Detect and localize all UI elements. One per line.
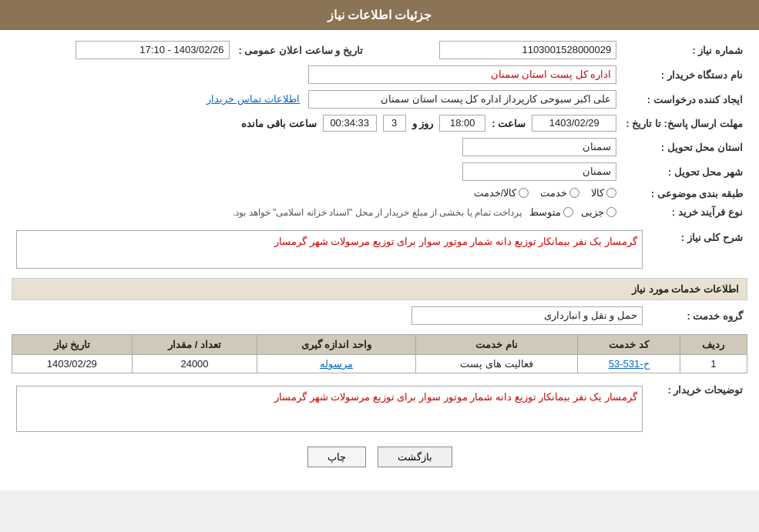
buyer-desc-label: توضیحات خریدار :	[647, 380, 747, 435]
province-value: سمنان	[12, 135, 621, 159]
label-jozii: جزیی	[581, 206, 604, 218]
buyer-org-field: اداره کل پست استان سمنان	[308, 65, 616, 84]
col-unit-measure: واحد اندازه گیری	[257, 335, 415, 355]
row-general-desc: شرح کلی نیاز : گرمسار یک نفر بیمانکار تو…	[12, 227, 747, 272]
buyer-desc-table: توضیحات خریدار : گرمسار یک نفر بیمانکار …	[12, 380, 747, 435]
process-jozii: جزیی	[581, 206, 616, 218]
deadline-remaining-field: 00:34:33	[323, 115, 377, 132]
services-section-header: اطلاعات خدمات مورد نیاز	[12, 278, 747, 300]
deadline-row: 1403/02/29 ساعت : 18:00 روز و 3 00:34:33…	[12, 112, 621, 135]
col-service-name: نام خدمت	[415, 335, 578, 355]
process-note: پرداخت تمام یا بخشی از مبلغ خریدار از مح…	[233, 207, 522, 218]
buyer-org-value: اداره کل پست استان سمنان	[12, 62, 621, 87]
page-wrapper: جزئیات اطلاعات نیاز شماره نیاز : 1103001…	[0, 0, 759, 490]
button-row: بازگشت چاپ	[12, 447, 747, 467]
announcement-date-value: 1403/02/26 - 17:10	[12, 38, 234, 62]
radio-motawaset[interactable]	[563, 207, 573, 217]
process-motawaset: متوسط	[529, 206, 573, 218]
cell-row-num: 1	[680, 355, 747, 373]
col-row-num: ردیف	[680, 335, 747, 355]
col-date: تاریخ نیاز	[12, 335, 133, 355]
creator-field: علی اکبر سبوحی کارپرداز اداره کل پست است…	[308, 90, 616, 109]
col-service-code: کد خدمت	[578, 335, 680, 355]
deadline-remaining-label: ساعت باقی مانده	[241, 118, 316, 129]
row-creator: ایجاد کننده درخواست : علی اکبر سبوحی کار…	[12, 87, 747, 112]
col-quantity: تعداد / مقدار	[132, 335, 257, 355]
label-kala-khedmat: کالا/خدمت	[474, 187, 517, 199]
row-need-number: شماره نیاز : 1103001528000029 تاریخ و سا…	[12, 38, 747, 62]
buyer-org-label: نام دستگاه خریدار :	[621, 62, 747, 87]
service-group-table: گروه خدمت : حمل و نقل و انبارداری	[12, 303, 747, 328]
category-khedmat: خدمت	[540, 187, 579, 199]
category-kala: کالا	[591, 187, 616, 199]
need-number-field: 1103001528000029	[439, 41, 616, 59]
cell-service-name: فعالیت های پست	[415, 355, 578, 373]
cell-quantity: 24000	[132, 355, 257, 373]
cell-date: 1403/02/29	[12, 355, 133, 373]
service-group-value: حمل و نقل و انبارداری	[12, 303, 647, 328]
general-desc-table: شرح کلی نیاز : گرمسار یک نفر بیمانکار تو…	[12, 227, 747, 272]
contact-link[interactable]: اطلاعات تماس خریدار	[207, 93, 300, 105]
deadline-time-field: 18:00	[439, 115, 485, 132]
cell-unit-measure: مرسوله	[257, 355, 415, 373]
province-field: سمنان	[462, 138, 616, 156]
deadline-days-field: 3	[383, 115, 406, 132]
row-province: استان محل تحویل : سمنان	[12, 135, 747, 159]
province-label: استان محل تحویل :	[621, 135, 747, 159]
service-group-label: گروه خدمت :	[647, 303, 747, 328]
row-city: شهر محل تحویل : سمنان	[12, 159, 747, 184]
print-button[interactable]: چاپ	[307, 447, 366, 467]
creator-value: علی اکبر سبوحی کارپرداز اداره کل پست است…	[12, 87, 621, 112]
row-process: نوع فرآیند خرید : جزیی متوسط پرداخت تمام…	[12, 203, 747, 221]
category-kala-khedmat: کالا/خدمت	[474, 187, 529, 199]
cell-service-code: ح-531-53	[578, 355, 680, 373]
process-label: نوع فرآیند خرید :	[621, 203, 747, 221]
page-header: جزئیات اطلاعات نیاز	[0, 0, 759, 30]
back-button[interactable]: بازگشت	[378, 447, 452, 467]
creator-label: ایجاد کننده درخواست :	[621, 87, 747, 112]
buyer-desc-field: گرمسار یک نفر بیمانکار توزیع دانه شمار م…	[16, 386, 643, 432]
buyer-desc-value: گرمسار یک نفر بیمانکار توزیع دانه شمار م…	[12, 380, 647, 435]
row-service-group: گروه خدمت : حمل و نقل و انبارداری	[12, 303, 747, 328]
announcement-date-field: 1403/02/26 - 17:10	[76, 41, 230, 59]
announcement-date-label: تاریخ و ساعت اعلان عمومی :	[234, 38, 368, 62]
row-buyer-org: نام دستگاه خریدار : اداره کل پست استان س…	[12, 62, 747, 87]
content-area: شماره نیاز : 1103001528000029 تاریخ و سا…	[0, 30, 759, 475]
category-options: کالا خدمت کالا/خدمت	[12, 184, 621, 203]
general-desc-value: گرمسار یک نفر بیمانکار توزیع دانه شمار م…	[12, 227, 647, 272]
table-row: 1 ح-531-53 فعالیت های پست مرسوله 24000 1…	[12, 355, 747, 373]
city-value: سمنان	[12, 159, 621, 184]
label-motawaset: متوسط	[529, 206, 561, 218]
page-title: جزئیات اطلاعات نیاز	[327, 8, 432, 22]
label-khedmat: خدمت	[540, 187, 567, 199]
row-category: طبقه بندی موضوعی : کالا خدمت	[12, 184, 747, 203]
need-number-value: 1103001528000029	[368, 38, 621, 62]
deadline-time-label: ساعت :	[492, 118, 526, 129]
row-buyer-desc: توضیحات خریدار : گرمسار یک نفر بیمانکار …	[12, 380, 747, 435]
process-options: جزیی متوسط پرداخت تمام یا بخشی از مبلغ خ…	[12, 203, 621, 221]
need-number-label: شماره نیاز :	[621, 38, 747, 62]
general-desc-label: شرح کلی نیاز :	[647, 227, 747, 272]
deadline-date-field: 1403/02/29	[532, 115, 616, 132]
general-desc-field: گرمسار یک نفر بیمانکار توزیع دانه شمار م…	[16, 230, 643, 269]
radio-khedmat[interactable]	[569, 188, 579, 198]
radio-jozii[interactable]	[606, 207, 616, 217]
deadline-days-label: روز و	[412, 118, 434, 129]
radio-kala-khedmat[interactable]	[519, 188, 529, 198]
category-label: طبقه بندی موضوعی :	[621, 184, 747, 203]
service-group-field: حمل و نقل و انبارداری	[411, 306, 643, 325]
radio-kala[interactable]	[606, 188, 616, 198]
city-field: سمنان	[462, 162, 616, 181]
services-table: ردیف کد خدمت نام خدمت واحد اندازه گیری ت…	[12, 334, 747, 373]
deadline-label: مهلت ارسال پاسخ: تا تاریخ :	[621, 112, 747, 135]
city-label: شهر محل تحویل :	[621, 159, 747, 184]
services-table-header: ردیف کد خدمت نام خدمت واحد اندازه گیری ت…	[12, 335, 747, 355]
main-info-table: شماره نیاز : 1103001528000029 تاریخ و سا…	[12, 38, 747, 221]
row-deadline: مهلت ارسال پاسخ: تا تاریخ : 1403/02/29 س…	[12, 112, 747, 135]
label-kala: کالا	[591, 187, 604, 199]
